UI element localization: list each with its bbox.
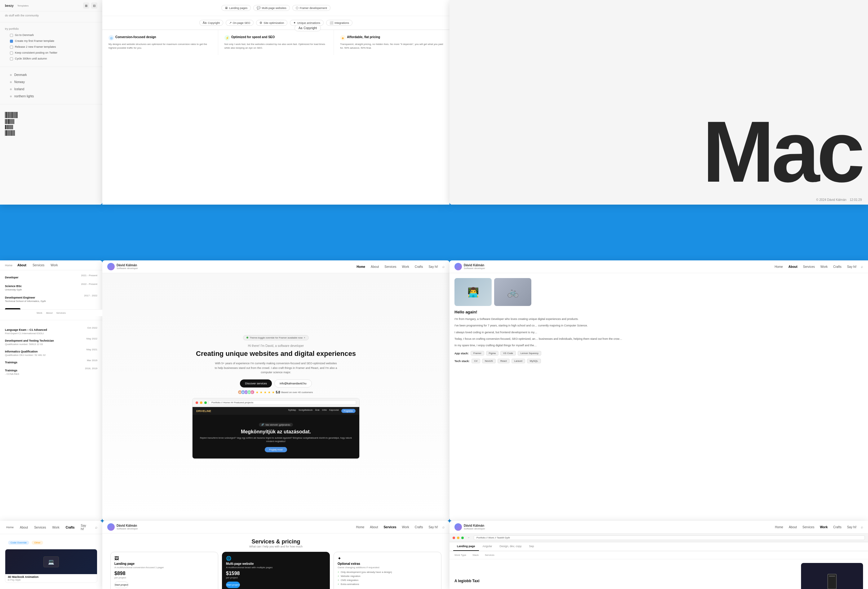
about-navbar-about[interactable]: About bbox=[16, 263, 28, 267]
tag-multi-page[interactable]: 💬 Multi-page websites bbox=[253, 5, 290, 11]
ad-nav-search-icon[interactable]: ⌕ bbox=[861, 264, 863, 269]
stack-figma[interactable]: Figma bbox=[486, 351, 499, 356]
ad-nav-sayhi[interactable]: Say hi! bbox=[846, 264, 858, 269]
about-navbar-services[interactable]: Services bbox=[31, 263, 46, 267]
tech-laravel[interactable]: Laravel bbox=[512, 359, 525, 363]
work-tab-design[interactable]: Design, dev, copy bbox=[496, 542, 526, 551]
pc-btn-landing[interactable]: Start project bbox=[114, 582, 128, 588]
tag-site-opt[interactable]: ⚙ Site optimization bbox=[256, 20, 287, 26]
address-bar-inner[interactable]: Portfolio // Home ## Featured projects bbox=[209, 400, 356, 405]
task-framer-2[interactable]: Release 2 new Framer templates bbox=[5, 44, 97, 50]
stack-framer[interactable]: Framer bbox=[471, 351, 484, 356]
work-nav-work[interactable]: Work bbox=[819, 525, 829, 530]
checkbox-denmark[interactable] bbox=[10, 34, 13, 37]
sp-nav-crafts[interactable]: Crafts bbox=[413, 525, 424, 530]
work-nav-crafts[interactable]: Crafts bbox=[832, 525, 843, 530]
nav-services[interactable]: Services bbox=[383, 264, 397, 269]
app-icon-2[interactable]: ⊟ bbox=[91, 3, 97, 9]
driveline-nav-2[interactable]: Szolgáltatások bbox=[298, 409, 313, 413]
work-nav-about[interactable]: About bbox=[787, 525, 798, 530]
nav-about[interactable]: About bbox=[369, 264, 380, 269]
driveline-nav-5[interactable]: Kapcsolat bbox=[329, 409, 339, 413]
sp-nav-links: Home About Services Work Crafts Say hi! … bbox=[355, 525, 444, 530]
about-navbar-home[interactable]: Home bbox=[5, 264, 12, 267]
stack-vscode[interactable]: VS Code bbox=[500, 351, 516, 356]
sp-nav-sayhi[interactable]: Say hi! bbox=[427, 525, 439, 530]
bar2-4 bbox=[8, 119, 10, 124]
pc-feature-extras-label-2: Website migration bbox=[341, 575, 360, 577]
crafts-nav-services[interactable]: Services bbox=[33, 525, 47, 530]
sp-nav-about[interactable]: About bbox=[369, 525, 379, 530]
crafts-nav-search-icon[interactable]: ⌕ bbox=[95, 525, 97, 530]
ad-nav-crafts[interactable]: Crafts bbox=[832, 264, 843, 269]
app-icon-1[interactable]: ⊞ bbox=[83, 3, 89, 9]
tech-mysql[interactable]: MySQL bbox=[527, 359, 541, 363]
driveline-nav-1[interactable]: Nyitólap bbox=[288, 409, 296, 413]
tag-integrations[interactable]: ⬜ Integrations bbox=[326, 20, 353, 26]
tech-csharp[interactable]: C# bbox=[471, 359, 480, 363]
sp-nav-services[interactable]: Services bbox=[382, 525, 397, 530]
nav-sayhi[interactable]: Say hi! bbox=[427, 264, 439, 269]
task-go-denmark[interactable]: Go to Denmark bbox=[5, 32, 97, 38]
nav-crafts[interactable]: Crafts bbox=[413, 264, 424, 269]
work-tab-landing[interactable]: Landing page bbox=[453, 542, 479, 551]
driveline-booking-btn[interactable]: Foglalás bbox=[341, 409, 356, 413]
bottom-nav-about-about[interactable]: About bbox=[46, 311, 52, 314]
crafts-nav-sayhi[interactable]: Say hi! bbox=[80, 523, 92, 531]
task-framer-1[interactable]: Create my first Framer template bbox=[5, 38, 97, 44]
tech-react[interactable]: React bbox=[497, 359, 510, 363]
work-tab-angular[interactable]: Angular bbox=[479, 542, 496, 551]
work-nav-sayhi[interactable]: Say hi! bbox=[846, 525, 858, 530]
task-twitter[interactable]: Keep consistent posting on Twitter bbox=[5, 50, 97, 56]
driveline-nav-3[interactable]: Árak bbox=[315, 409, 319, 413]
theme-toggle-badge[interactable]: Theme-toggle override for Framer availab… bbox=[243, 335, 309, 340]
checkbox-framer-2[interactable] bbox=[10, 46, 13, 49]
pc-desc-extras: Game changing additions if requested bbox=[338, 566, 437, 569]
stack-lemonsqueezy[interactable]: Lemon Squeezy bbox=[518, 351, 541, 356]
pc-btn-multipage[interactable]: Start project bbox=[226, 582, 240, 588]
work-dot-green bbox=[461, 537, 464, 539]
task-cycle[interactable]: Cycle 300km until autumn bbox=[5, 56, 97, 62]
tag-copyright[interactable]: Aa Copyright bbox=[199, 20, 223, 26]
work-tab-sep[interactable]: Sep bbox=[525, 542, 537, 551]
craft-item-macbook[interactable]: 💻 3D Macbook Animation in Fey Style bbox=[5, 549, 97, 583]
sp-nav-search-icon[interactable]: ⌕ bbox=[442, 525, 444, 529]
nav-home[interactable]: Home bbox=[355, 264, 366, 269]
ad-nav-about[interactable]: About bbox=[787, 264, 799, 269]
tech-nextjs[interactable]: NextJS bbox=[482, 359, 496, 363]
work-nav-home[interactable]: Home bbox=[774, 525, 785, 530]
discover-services-button[interactable]: Discover services bbox=[240, 379, 272, 388]
work-nav-search-icon[interactable]: ⌕ bbox=[861, 525, 863, 529]
bottom-nav-services-about[interactable]: Services bbox=[56, 311, 66, 314]
driveline-nav-4[interactable]: Infók bbox=[322, 409, 327, 413]
craft-tag-other[interactable]: Other bbox=[32, 541, 43, 545]
driveline-cta-btn[interactable]: Foglalj most bbox=[265, 447, 287, 452]
ad-nav-work[interactable]: Work bbox=[819, 264, 829, 269]
nav-search-icon[interactable]: ⌕ bbox=[442, 264, 444, 269]
ad-nav-home[interactable]: Home bbox=[774, 264, 784, 269]
crafts-nav-home[interactable]: Home bbox=[5, 525, 15, 530]
sp-nav-work[interactable]: Work bbox=[401, 525, 410, 530]
sp-nav-home[interactable]: Home bbox=[355, 525, 366, 530]
contact-button[interactable]: info@kalmandavid.hu bbox=[275, 379, 312, 388]
craft-tag-code-override[interactable]: Code Override bbox=[8, 541, 29, 545]
crafts-nav-work[interactable]: Work bbox=[51, 525, 61, 530]
tag-framer-dev[interactable]: ⬡ Framer developement bbox=[292, 5, 331, 11]
checkbox-twitter[interactable] bbox=[10, 52, 13, 55]
tag-landing-pages[interactable]: 🖥 Landing pages bbox=[221, 5, 251, 11]
ad-nav-services[interactable]: Services bbox=[802, 264, 816, 269]
work-address-bar[interactable]: Portfolio // Work // TaskM Győr bbox=[474, 535, 865, 540]
about-navbar-work[interactable]: Work bbox=[49, 263, 59, 267]
checkbox-cycle[interactable] bbox=[10, 58, 13, 61]
bar3-3 bbox=[7, 125, 8, 129]
checkbox-framer-1[interactable] bbox=[10, 40, 13, 43]
work-nav-services[interactable]: Services bbox=[802, 525, 816, 530]
crafts-nav-about[interactable]: About bbox=[19, 525, 29, 530]
pc-feature-extras-1: + Only development (you already have a d… bbox=[338, 571, 437, 574]
crafts-nav-crafts[interactable]: Crafts bbox=[65, 525, 76, 530]
back-icon[interactable]: ← bbox=[468, 536, 470, 539]
nav-work[interactable]: Work bbox=[401, 264, 410, 269]
exp-role-2: Science BSc 2022 - Present bbox=[5, 283, 97, 288]
bottom-nav-work-about[interactable]: Work bbox=[37, 311, 43, 314]
tag-seo[interactable]: ↗ On-page SEO bbox=[226, 20, 254, 26]
